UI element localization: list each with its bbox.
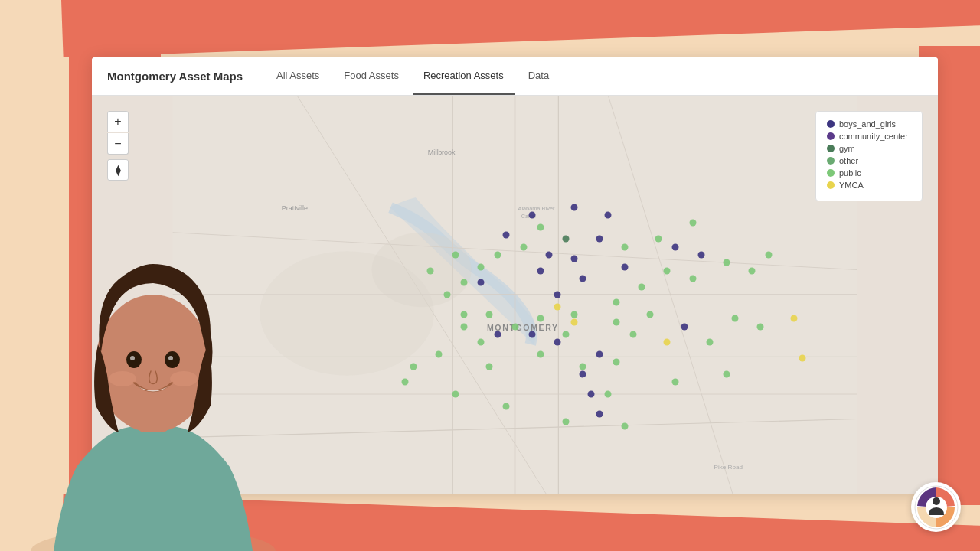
map-dot xyxy=(596,236,603,243)
map-dot xyxy=(596,411,603,418)
map-dot xyxy=(537,315,544,322)
map-dot xyxy=(672,379,679,386)
legend-dot-other xyxy=(827,157,835,165)
svg-point-30 xyxy=(933,497,940,505)
legend-item-community-center: community_center xyxy=(827,132,911,141)
map-dot xyxy=(562,419,569,425)
map-dot xyxy=(461,323,468,330)
map-dot xyxy=(570,311,577,318)
map-dot xyxy=(664,267,671,274)
map-dot xyxy=(579,371,586,378)
svg-text:Alabama River: Alabama River xyxy=(518,205,555,212)
legend-dot-boys-and-girls xyxy=(827,120,835,128)
legend-label-gym: gym xyxy=(839,144,855,153)
map-dot xyxy=(545,252,552,259)
map-dot xyxy=(495,331,501,338)
map-dot xyxy=(495,252,501,259)
map-dot xyxy=(562,331,569,338)
map-dot xyxy=(799,355,806,362)
map-dot xyxy=(503,232,510,239)
map-dot xyxy=(570,256,577,262)
map-dot xyxy=(766,252,773,259)
legend-item-ymca: YMCA xyxy=(827,181,911,190)
map-dot xyxy=(579,276,586,282)
map-dot xyxy=(723,371,730,378)
legend-item-boys-and-girls: boys_and_girls xyxy=(827,119,911,129)
map-dot xyxy=(452,391,459,398)
map-legend: boys_and_girls community_center gym othe… xyxy=(815,111,923,201)
map-dot xyxy=(596,351,603,358)
tab-recreation-assets[interactable]: Recreation Assets xyxy=(413,57,514,95)
zoom-out-button[interactable]: − xyxy=(107,133,129,155)
map-dot xyxy=(587,391,594,398)
app-title: Montgomery Asset Maps xyxy=(107,70,243,83)
map-dot xyxy=(478,263,485,270)
map-dot xyxy=(723,259,730,266)
nav-tabs: All Assets Food Assets Recreation Assets… xyxy=(266,57,560,95)
map-dot xyxy=(511,323,518,330)
circular-logo[interactable] xyxy=(911,482,961,532)
map-dot xyxy=(622,422,629,429)
legend-label-community-center: community_center xyxy=(839,132,908,141)
map-dot xyxy=(486,311,493,318)
map-dot xyxy=(503,403,510,409)
map-dot xyxy=(639,283,645,290)
map-dot xyxy=(579,363,586,370)
logo-svg xyxy=(913,484,959,530)
map-dot xyxy=(672,243,679,250)
person-silhouette xyxy=(0,222,306,551)
legend-label-boys-and-girls: boys_and_girls xyxy=(839,119,896,129)
map-dot xyxy=(562,236,569,243)
svg-text:Prattville: Prattville xyxy=(282,204,308,212)
legend-dot-gym xyxy=(827,145,835,152)
map-dot xyxy=(427,267,434,274)
legend-label-other: other xyxy=(839,156,858,165)
map-dot xyxy=(554,292,560,298)
map-dot xyxy=(520,243,527,250)
map-dot xyxy=(681,323,688,330)
map-dot xyxy=(528,212,535,219)
legend-item-public: public xyxy=(827,168,911,178)
map-dot xyxy=(570,204,577,210)
map-dot xyxy=(791,315,798,322)
legend-dot-ymca xyxy=(827,181,835,189)
map-dot xyxy=(537,351,544,358)
svg-point-26 xyxy=(109,371,136,386)
map-dot xyxy=(664,339,671,346)
navbar: Montgomery Asset Maps All Assets Food As… xyxy=(92,57,938,96)
map-dot xyxy=(613,319,620,326)
svg-point-12 xyxy=(372,233,472,308)
map-dot xyxy=(756,323,763,330)
zoom-in-button[interactable]: + xyxy=(107,111,129,132)
tab-all-assets[interactable]: All Assets xyxy=(266,57,330,95)
compass-button[interactable]: ⧫ xyxy=(107,159,129,181)
map-dot xyxy=(444,292,451,298)
svg-text:Millbrook: Millbrook xyxy=(428,148,456,156)
map-dot xyxy=(605,212,612,219)
map-dot xyxy=(486,363,493,370)
legend-item-other: other xyxy=(827,156,911,165)
map-dot xyxy=(554,303,560,310)
map-controls: + − ⧫ xyxy=(107,111,129,181)
map-dot xyxy=(622,263,629,270)
map-dot xyxy=(613,359,620,366)
svg-point-24 xyxy=(130,356,135,360)
map-dot xyxy=(570,319,577,326)
map-dot xyxy=(461,311,468,318)
map-dot xyxy=(537,223,544,230)
map-dot xyxy=(410,363,416,370)
map-dot xyxy=(630,331,637,338)
map-dot xyxy=(622,243,629,250)
legend-dot-public xyxy=(827,169,835,177)
map-dot xyxy=(452,252,459,259)
tab-food-assets[interactable]: Food Assets xyxy=(333,57,410,95)
map-dot xyxy=(689,276,696,282)
tab-data[interactable]: Data xyxy=(518,57,560,95)
map-dot xyxy=(748,267,755,274)
bg-decoration-top xyxy=(61,0,980,57)
svg-point-25 xyxy=(168,356,173,360)
map-dot xyxy=(731,315,738,322)
legend-dot-community-center xyxy=(827,132,835,140)
map-dot xyxy=(697,252,704,259)
map-dot xyxy=(436,351,443,358)
